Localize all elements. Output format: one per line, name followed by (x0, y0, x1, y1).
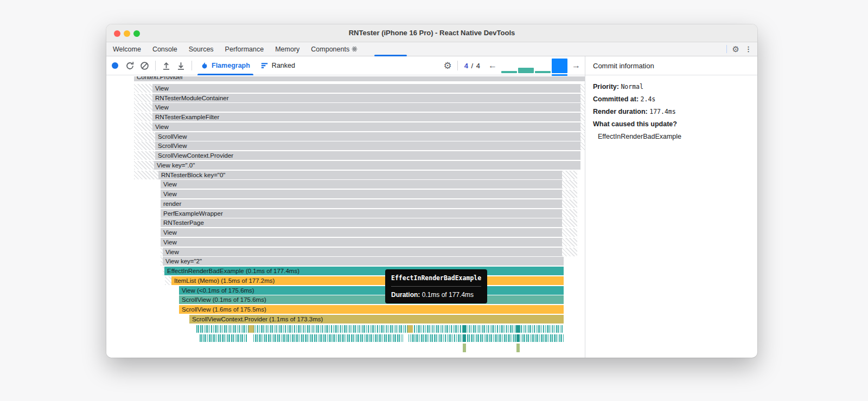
flame-hatch (562, 180, 577, 189)
flame-bar[interactable]: RNTesterPage (161, 218, 562, 227)
flame-hatch (580, 94, 585, 102)
flame-comb-segment[interactable] (403, 334, 409, 342)
next-commit-arrow[interactable]: → (572, 61, 580, 70)
flame-bar[interactable]: RNTesterModuleContainer (152, 94, 580, 102)
flame-comb-segment[interactable] (248, 325, 254, 333)
tab-label: Components (311, 46, 349, 53)
commit-info-panel: Priority: Normal Committed at: 2.4s Rend… (585, 75, 757, 140)
flame-hatch (161, 257, 163, 266)
flame-bar[interactable]: ScrollView (0.1ms of 175.6ms) (179, 295, 564, 304)
flame-hatch (134, 151, 155, 160)
cause-line: What caused this update? (593, 120, 757, 128)
flame-comb-segment[interactable] (407, 325, 413, 333)
divider (457, 61, 458, 70)
flamegraph-canvas[interactable]: Context.ProviderViewRNTesterModuleContai… (106, 76, 585, 358)
flame-bar[interactable]: View (163, 248, 562, 256)
flame-bar[interactable]: ScrollViewContext.Provider (155, 151, 580, 160)
flame-hatch (134, 103, 152, 112)
flame-bar[interactable]: View (161, 190, 562, 198)
commit-total: 4 (476, 62, 481, 70)
tab-performance[interactable]: Performance (225, 46, 264, 53)
commit-bar-selected[interactable] (552, 59, 567, 73)
clear-profile-icon[interactable] (140, 61, 149, 70)
divider (726, 45, 727, 53)
flame-bar[interactable]: render (161, 199, 562, 208)
flame-hatch (562, 248, 577, 256)
flame-leaf-bar[interactable] (516, 344, 520, 352)
flame-bar[interactable]: Context.Provider (134, 76, 585, 81)
flame-hatch (580, 103, 585, 112)
tab-welcome[interactable]: Welcome (113, 46, 141, 53)
flame-hatch (580, 84, 585, 93)
commit-bar[interactable] (518, 68, 534, 73)
flame-bar[interactable]: ScrollView (155, 141, 580, 150)
flame-hatch (134, 141, 155, 150)
flame-bar[interactable]: RNTesterExampleFilter (152, 113, 580, 121)
cause-component[interactable]: EffectInRenderBadExample (593, 133, 757, 140)
flame-bar[interactable]: View (161, 238, 562, 247)
tab-label: Welcome (113, 46, 141, 53)
settings-gear-icon[interactable]: ⚙ (732, 45, 739, 53)
flame-comb-row[interactable] (200, 334, 564, 342)
tab-flamegraph[interactable]: Flamegraph (201, 56, 250, 75)
tab-components[interactable]: Components (311, 46, 358, 53)
commit-index: 4 / 4 (464, 62, 481, 70)
flame-bar[interactable]: ScrollView (155, 132, 580, 141)
tab-ranked[interactable]: Ranked (261, 56, 295, 75)
flame-bar[interactable]: View (152, 103, 580, 112)
tab-label: Performance (225, 46, 264, 53)
flame-bar[interactable]: RNTesterBlock key="0" (158, 171, 562, 179)
flame-hatch (562, 218, 577, 227)
more-options-icon[interactable]: ⋮ (745, 46, 752, 53)
flame-bar[interactable]: ScrollViewContext.Provider (1.1ms of 173… (189, 315, 564, 324)
priority-value: Normal (621, 83, 643, 90)
previous-commit-arrow[interactable]: ← (488, 61, 497, 70)
flamegraph-active-indicator (197, 74, 253, 75)
committed-at-line: Committed at: 2.4s (593, 95, 757, 103)
tab-memory[interactable]: Memory (275, 46, 299, 53)
flame-leaf-bar[interactable] (463, 344, 466, 352)
flame-bar[interactable]: PerfExampleWrapper (161, 209, 562, 218)
tab-console[interactable]: Console (152, 46, 177, 53)
flame-bar[interactable]: View (161, 180, 562, 189)
flame-hatch (562, 199, 577, 208)
flame-hatch (562, 190, 577, 198)
flame-comb-segment[interactable] (463, 334, 466, 342)
ranked-bars-icon (261, 62, 269, 69)
flame-bar[interactable]: View (161, 228, 562, 237)
flame-hatch (562, 238, 577, 247)
download-profile-icon[interactable] (176, 61, 186, 70)
flame-comb-segment[interactable] (516, 334, 520, 342)
upload-profile-icon[interactable] (162, 61, 171, 70)
flame-bar[interactable]: View key=".0" (154, 161, 580, 170)
commit-current: 4 (464, 62, 469, 70)
devtools-tab-bar: WelcomeConsoleSourcesPerformanceMemoryCo… (106, 42, 757, 56)
flame-hatch (562, 171, 577, 179)
flame-bar[interactable]: View key="2" (163, 257, 564, 266)
record-button[interactable] (112, 62, 118, 69)
tooltip-duration-value: 0.1ms of 177.4ms (422, 291, 474, 299)
commit-bar[interactable] (501, 71, 517, 73)
flame-comb-segment[interactable] (463, 325, 466, 333)
flame-bar[interactable]: View (<0.1ms of 175.6ms) (179, 286, 564, 295)
flame-bar[interactable]: View (152, 122, 580, 131)
divider (155, 61, 156, 70)
flame-comb-segment[interactable] (516, 325, 520, 333)
flame-comb-row[interactable] (196, 325, 564, 333)
selected-commit-underline (552, 74, 567, 76)
flame-bar[interactable]: ScrollView (1.6ms of 175.5ms) (179, 305, 564, 314)
render-duration-value: 177.4ms (649, 108, 675, 115)
profiler-settings-gear-icon[interactable]: ⚙ (443, 61, 451, 70)
flame-hatch (580, 122, 585, 131)
flame-hatch (161, 248, 163, 256)
reload-profile-icon[interactable] (125, 61, 135, 70)
tooltip-duration-label: Duration: (391, 291, 420, 299)
devtools-window: RNTester (iPhone 16 Pro) - React Native … (106, 24, 757, 358)
flame-bar[interactable]: EffectInRenderBadExample (0.1ms of 177.4… (164, 267, 564, 275)
commit-selector-chart[interactable] (501, 56, 567, 75)
commit-bar[interactable] (535, 71, 551, 73)
flame-bar[interactable]: ItemList (Memo) (1.5ms of 177.2ms) (171, 276, 564, 285)
flame-bar[interactable]: View (152, 84, 580, 93)
tab-sources[interactable]: Sources (189, 46, 214, 53)
flame-comb-segment[interactable] (247, 334, 253, 342)
